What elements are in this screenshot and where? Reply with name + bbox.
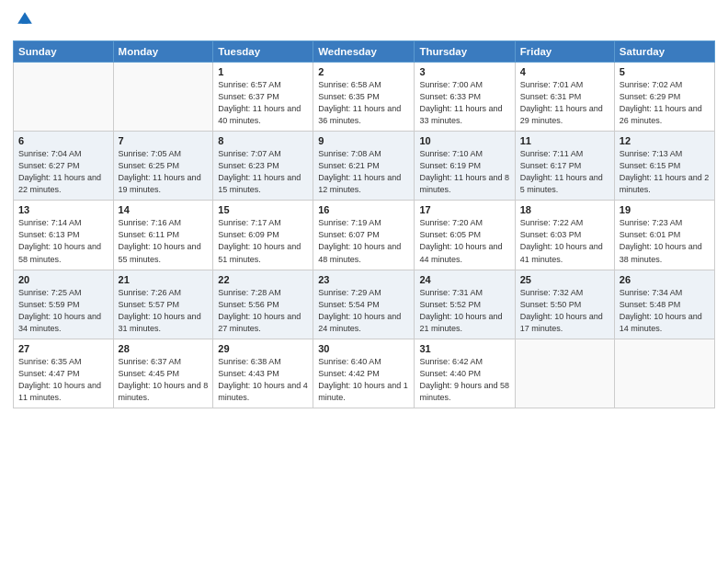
- calendar-week-row: 13Sunrise: 7:14 AMSunset: 6:13 PMDayligh…: [14, 201, 715, 270]
- calendar-cell: 14Sunrise: 7:16 AMSunset: 6:11 PMDayligh…: [113, 201, 213, 270]
- day-number: 21: [119, 274, 209, 285]
- calendar: SundayMondayTuesdayWednesdayThursdayFrid…: [13, 40, 715, 408]
- header: [13, 9, 715, 33]
- day-number: 17: [419, 204, 509, 215]
- cell-content: Sunrise: 6:57 AMSunset: 6:37 PMDaylight:…: [218, 79, 308, 127]
- calendar-cell: 28Sunrise: 6:37 AMSunset: 4:45 PMDayligh…: [113, 339, 213, 408]
- day-number: 4: [520, 66, 609, 77]
- cell-content: Sunrise: 6:35 AMSunset: 4:47 PMDaylight:…: [18, 356, 108, 404]
- calendar-cell: 29Sunrise: 6:38 AMSunset: 4:43 PMDayligh…: [213, 339, 313, 408]
- day-number: 24: [419, 274, 509, 285]
- cell-content: Sunrise: 7:10 AMSunset: 6:19 PMDaylight:…: [419, 148, 509, 196]
- cell-content: Sunrise: 7:20 AMSunset: 6:05 PMDaylight:…: [419, 217, 509, 265]
- day-number: 16: [318, 204, 409, 215]
- calendar-cell: 6Sunrise: 7:04 AMSunset: 6:27 PMDaylight…: [14, 132, 114, 201]
- cell-content: Sunrise: 7:23 AMSunset: 6:01 PMDaylight:…: [620, 217, 710, 265]
- day-number: 12: [620, 135, 710, 146]
- day-number: 30: [318, 343, 409, 354]
- calendar-cell: 25Sunrise: 7:32 AMSunset: 5:50 PMDayligh…: [515, 270, 614, 339]
- cell-content: Sunrise: 7:04 AMSunset: 6:27 PMDaylight:…: [18, 148, 108, 196]
- cell-content: Sunrise: 7:22 AMSunset: 6:03 PMDaylight:…: [520, 217, 609, 265]
- calendar-cell: 2Sunrise: 6:58 AMSunset: 6:35 PMDaylight…: [313, 63, 415, 132]
- cell-content: Sunrise: 7:32 AMSunset: 5:50 PMDaylight:…: [520, 287, 609, 335]
- cell-content: Sunrise: 7:28 AMSunset: 5:56 PMDaylight:…: [218, 287, 308, 335]
- cell-content: Sunrise: 7:31 AMSunset: 5:52 PMDaylight:…: [419, 287, 509, 335]
- calendar-cell: 13Sunrise: 7:14 AMSunset: 6:13 PMDayligh…: [14, 201, 114, 270]
- calendar-cell: 22Sunrise: 7:28 AMSunset: 5:56 PMDayligh…: [213, 270, 313, 339]
- calendar-cell: 27Sunrise: 6:35 AMSunset: 4:47 PMDayligh…: [14, 339, 114, 408]
- calendar-cell: [515, 339, 614, 408]
- day-number: 2: [318, 66, 409, 77]
- weekday-header: Saturday: [614, 41, 714, 63]
- calendar-cell: 31Sunrise: 6:42 AMSunset: 4:40 PMDayligh…: [415, 339, 515, 408]
- day-number: 23: [318, 274, 409, 285]
- calendar-cell: 30Sunrise: 6:40 AMSunset: 4:42 PMDayligh…: [313, 339, 415, 408]
- calendar-week-row: 1Sunrise: 6:57 AMSunset: 6:37 PMDaylight…: [14, 63, 715, 132]
- calendar-cell: 8Sunrise: 7:07 AMSunset: 6:23 PMDaylight…: [213, 132, 313, 201]
- cell-content: Sunrise: 7:07 AMSunset: 6:23 PMDaylight:…: [218, 148, 308, 196]
- weekday-header: Thursday: [415, 41, 515, 63]
- calendar-week-row: 27Sunrise: 6:35 AMSunset: 4:47 PMDayligh…: [14, 339, 715, 408]
- cell-content: Sunrise: 7:34 AMSunset: 5:48 PMDaylight:…: [620, 287, 710, 335]
- logo-icon: [15, 9, 35, 29]
- calendar-cell: [14, 63, 114, 132]
- calendar-cell: 7Sunrise: 7:05 AMSunset: 6:25 PMDaylight…: [113, 132, 213, 201]
- calendar-cell: 4Sunrise: 7:01 AMSunset: 6:31 PMDaylight…: [515, 63, 614, 132]
- day-number: 5: [620, 66, 710, 77]
- calendar-cell: 9Sunrise: 7:08 AMSunset: 6:21 PMDaylight…: [313, 132, 415, 201]
- day-number: 19: [620, 204, 710, 215]
- cell-content: Sunrise: 7:19 AMSunset: 6:07 PMDaylight:…: [318, 217, 409, 265]
- calendar-cell: 18Sunrise: 7:22 AMSunset: 6:03 PMDayligh…: [515, 201, 614, 270]
- day-number: 9: [318, 135, 409, 146]
- calendar-cell: 11Sunrise: 7:11 AMSunset: 6:17 PMDayligh…: [515, 132, 614, 201]
- day-number: 14: [119, 204, 209, 215]
- day-number: 8: [218, 135, 308, 146]
- day-number: 7: [119, 135, 209, 146]
- day-number: 18: [520, 204, 609, 215]
- cell-content: Sunrise: 6:42 AMSunset: 4:40 PMDaylight:…: [419, 356, 509, 404]
- calendar-cell: 5Sunrise: 7:02 AMSunset: 6:29 PMDaylight…: [614, 63, 714, 132]
- day-number: 15: [218, 204, 308, 215]
- day-number: 31: [419, 343, 509, 354]
- cell-content: Sunrise: 7:25 AMSunset: 5:59 PMDaylight:…: [18, 287, 108, 335]
- calendar-cell: 10Sunrise: 7:10 AMSunset: 6:19 PMDayligh…: [415, 132, 515, 201]
- weekday-header: Tuesday: [213, 41, 313, 63]
- cell-content: Sunrise: 7:16 AMSunset: 6:11 PMDaylight:…: [119, 217, 209, 265]
- day-number: 1: [218, 66, 308, 77]
- day-number: 22: [218, 274, 308, 285]
- cell-content: Sunrise: 7:26 AMSunset: 5:57 PMDaylight:…: [119, 287, 209, 335]
- day-number: 28: [119, 343, 209, 354]
- cell-content: Sunrise: 7:29 AMSunset: 5:54 PMDaylight:…: [318, 287, 409, 335]
- cell-content: Sunrise: 7:14 AMSunset: 6:13 PMDaylight:…: [18, 217, 108, 265]
- cell-content: Sunrise: 7:00 AMSunset: 6:33 PMDaylight:…: [419, 79, 509, 127]
- svg-rect-1: [22, 19, 28, 24]
- page: SundayMondayTuesdayWednesdayThursdayFrid…: [0, 0, 728, 563]
- calendar-cell: 20Sunrise: 7:25 AMSunset: 5:59 PMDayligh…: [14, 270, 114, 339]
- day-number: 11: [520, 135, 609, 146]
- day-number: 10: [419, 135, 509, 146]
- weekday-header: Monday: [113, 41, 213, 63]
- day-number: 27: [18, 343, 108, 354]
- cell-content: Sunrise: 6:58 AMSunset: 6:35 PMDaylight:…: [318, 79, 409, 127]
- calendar-cell: 1Sunrise: 6:57 AMSunset: 6:37 PMDaylight…: [213, 63, 313, 132]
- day-number: 3: [419, 66, 509, 77]
- calendar-cell: 19Sunrise: 7:23 AMSunset: 6:01 PMDayligh…: [614, 201, 714, 270]
- cell-content: Sunrise: 7:11 AMSunset: 6:17 PMDaylight:…: [520, 148, 609, 196]
- day-number: 29: [218, 343, 308, 354]
- calendar-cell: 23Sunrise: 7:29 AMSunset: 5:54 PMDayligh…: [313, 270, 415, 339]
- day-number: 25: [520, 274, 609, 285]
- cell-content: Sunrise: 6:37 AMSunset: 4:45 PMDaylight:…: [119, 356, 209, 404]
- calendar-cell: 15Sunrise: 7:17 AMSunset: 6:09 PMDayligh…: [213, 201, 313, 270]
- cell-content: Sunrise: 6:40 AMSunset: 4:42 PMDaylight:…: [318, 356, 409, 404]
- calendar-cell: [614, 339, 714, 408]
- calendar-cell: 12Sunrise: 7:13 AMSunset: 6:15 PMDayligh…: [614, 132, 714, 201]
- cell-content: Sunrise: 6:38 AMSunset: 4:43 PMDaylight:…: [218, 356, 308, 404]
- calendar-cell: 17Sunrise: 7:20 AMSunset: 6:05 PMDayligh…: [415, 201, 515, 270]
- calendar-cell: 21Sunrise: 7:26 AMSunset: 5:57 PMDayligh…: [113, 270, 213, 339]
- cell-content: Sunrise: 7:01 AMSunset: 6:31 PMDaylight:…: [520, 79, 609, 127]
- weekday-header: Wednesday: [313, 41, 415, 63]
- day-number: 6: [18, 135, 108, 146]
- cell-content: Sunrise: 7:08 AMSunset: 6:21 PMDaylight:…: [318, 148, 409, 196]
- calendar-cell: 26Sunrise: 7:34 AMSunset: 5:48 PMDayligh…: [614, 270, 714, 339]
- weekday-header: Sunday: [14, 41, 114, 63]
